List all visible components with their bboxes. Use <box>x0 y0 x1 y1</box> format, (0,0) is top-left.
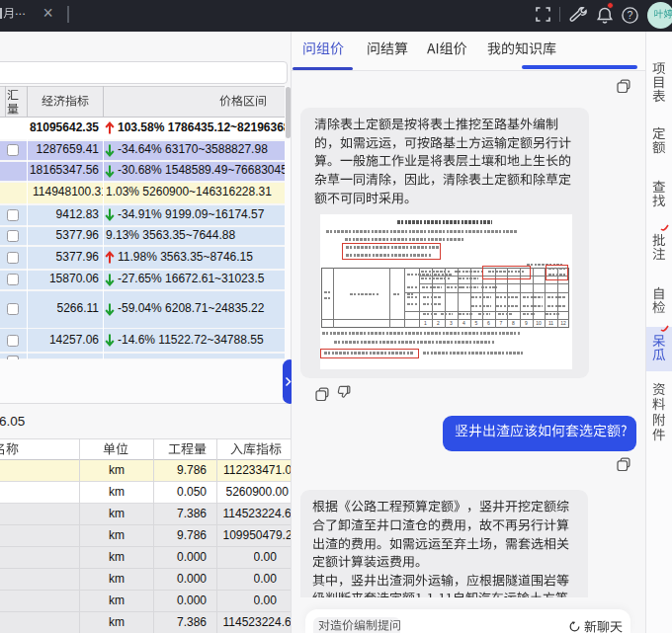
svg-text:?: ? <box>628 9 633 21</box>
